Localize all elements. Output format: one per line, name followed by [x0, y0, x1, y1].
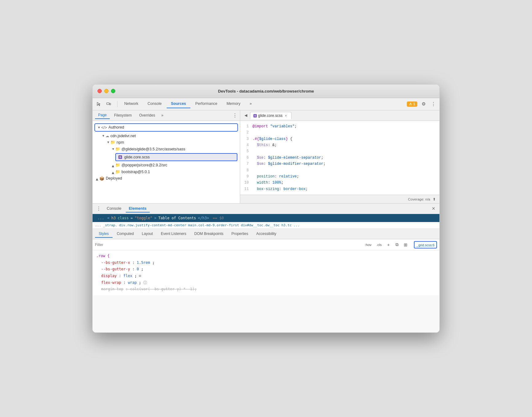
svg-rect-1: [109, 103, 111, 105]
breadcrumb-ellipsis[interactable]: ...: [95, 223, 101, 227]
css-semi-3: ;: [134, 274, 139, 278]
css-prop-row-4: flex-wrap : wrap ; ⓘ: [96, 280, 436, 286]
tab-network[interactable]: Network: [120, 100, 143, 108]
code-line-2: 2: [240, 129, 439, 136]
tree-domain-cdn[interactable]: ▼ ☁ cdn.jsdelivr.net: [93, 133, 240, 139]
css-prop-row-5: margin-top : calc(var(--bs-gutter-y) * -…: [96, 286, 436, 293]
tab-more[interactable]: »: [245, 100, 256, 108]
code-line-4: 4 $this: &;: [240, 142, 439, 148]
secondary-tabs-dots[interactable]: ⋮: [232, 113, 237, 118]
filter-hov-btn[interactable]: :hov: [363, 242, 373, 247]
settings-icon[interactable]: ⚙: [420, 100, 427, 108]
toolbar-right: ⚠ 1 ⚙ ⋮: [407, 100, 437, 108]
filter-input[interactable]: [95, 243, 361, 247]
style-tab-dom-breakpoints[interactable]: DOM Breakpoints: [191, 230, 227, 238]
line-content-8: [252, 167, 255, 173]
fullscreen-button[interactable]: [111, 89, 115, 93]
line-num-6: 6: [240, 155, 252, 161]
css-prop-row-1: --bs-gutter-x : 1.5rem ;: [96, 260, 436, 266]
style-tab-layout[interactable]: Layout: [138, 230, 157, 238]
device-toggle-icon[interactable]: [105, 100, 112, 108]
code-tab-close-btn[interactable]: ×: [284, 113, 288, 118]
tab-performance[interactable]: Performance: [191, 100, 222, 108]
tab-page[interactable]: Page: [95, 112, 110, 119]
tree-npm[interactable]: ▼ 📁 npm: [93, 139, 240, 146]
code-line-5: 5: [240, 148, 439, 154]
toolbar-divider: [117, 101, 117, 107]
tab-filesystem[interactable]: Filesystem: [111, 112, 135, 119]
styles-tabs: Styles Computed Layout Event Listeners D…: [93, 229, 439, 239]
code-tab-label: glide.core.scss: [258, 113, 282, 118]
line-num-8: 8: [240, 167, 252, 173]
source-link[interactable]: _grid.scss:6: [416, 243, 435, 247]
bc-item-1[interactable]: _strap.: [103, 223, 117, 227]
filter-layout-btn[interactable]: ⊞: [402, 241, 409, 248]
bc-item-6[interactable]: ...: [293, 223, 300, 227]
tab-console-bottom[interactable]: Console: [104, 205, 125, 212]
popperjs-folder-icon: 📁: [115, 163, 120, 168]
css-value-1: 1.5rem: [137, 260, 150, 265]
style-tab-computed[interactable]: Computed: [113, 230, 137, 238]
top-toolbar: Network Console Sources Performance Memo…: [93, 98, 439, 110]
minimize-button[interactable]: [104, 89, 109, 93]
bottom-panel-close-btn[interactable]: ×: [430, 205, 437, 212]
traffic-lights: [97, 89, 115, 93]
code-panel-back-icon[interactable]: ◀: [243, 112, 249, 118]
tab-overrides[interactable]: Overrides: [136, 112, 158, 119]
bc-item-4[interactable]: div#dw__toc.dw__toc: [241, 223, 280, 227]
tree-deployed[interactable]: ▶ 📦 Deployed: [93, 175, 240, 182]
npm-arrow: ▼: [106, 140, 110, 145]
tab-elements-bottom[interactable]: Elements: [126, 205, 150, 212]
tree-glide-core-scss[interactable]: S glide.core.scss: [116, 154, 237, 161]
flex-wrap-info-icon[interactable]: ⓘ: [143, 280, 147, 285]
filter-plus-btn[interactable]: +: [385, 241, 392, 248]
bottom-toolbar: ⋮ Console Elements ×: [93, 204, 439, 214]
style-tab-styles[interactable]: Styles: [95, 230, 113, 238]
style-tab-event-listeners[interactable]: Event Listeners: [157, 230, 190, 238]
line-num-7: 7: [240, 161, 252, 167]
bc-item-2[interactable]: div.row.justify-content-md-center: [119, 223, 186, 227]
cdn-label: cdn.jsdelivr.net: [110, 134, 136, 138]
secondary-tabs-more[interactable]: »: [159, 113, 165, 118]
bc-item-3[interactable]: main.col-md-9.order-first: [188, 223, 239, 227]
tab-sources[interactable]: Sources: [167, 100, 190, 108]
code-line-1: 1 @import "variables";: [240, 123, 439, 129]
popperjs-label: @popperjs/core@2.9.2/src: [121, 163, 167, 167]
display-flex-icon[interactable]: ⊞: [139, 274, 141, 278]
bottom-toolbar-dots[interactable]: ⋮: [95, 205, 102, 212]
breadcrumb-bar: ... _strap. div.row.justify-content-md-c…: [93, 222, 439, 229]
toolbar-icons: [95, 100, 112, 108]
coverage-expand-icon[interactable]: ⬆: [433, 197, 436, 201]
filter-cls-btn[interactable]: .cls: [375, 242, 383, 247]
tab-memory[interactable]: Memory: [222, 100, 245, 108]
code-tab-scss-icon: S: [253, 114, 257, 117]
code-line-10: 10 width: 100%;: [240, 180, 439, 186]
code-tab-glide-core-scss[interactable]: S glide.core.scss ×: [250, 112, 292, 119]
close-button[interactable]: [97, 89, 102, 93]
tree-glideis[interactable]: ▼ 📁 @glideis/glide@3.5.2/src/assets/sass: [93, 146, 240, 153]
tab-console[interactable]: Console: [143, 100, 166, 108]
style-tab-properties[interactable]: Properties: [228, 230, 252, 238]
css-prop-1: --bs-gutter-x: [101, 260, 130, 265]
authored-item[interactable]: ▼ </> Authored: [95, 124, 237, 131]
notification-badge[interactable]: ⚠ 1: [407, 101, 417, 107]
file-tree: ▼ </> Authored ▼ ☁ cdn.jsdelivr.net ▼: [93, 121, 240, 203]
authored-section-outline: ▼ </> Authored: [94, 123, 238, 132]
tree-bootstrap[interactable]: ▶ 📁 bootstrap@5.0.1: [93, 169, 240, 175]
filter-copy-btn[interactable]: ⧉: [394, 241, 400, 248]
code-editor[interactable]: 1 @import "variables"; 2 3 .#{$glide-cla…: [240, 121, 439, 195]
selected-el-attr-val: "toggle": [135, 216, 153, 220]
selected-el-end-tag: </h3>: [198, 216, 209, 220]
css-colon-2: :: [132, 267, 137, 271]
more-menu-icon[interactable]: ⋮: [430, 100, 437, 108]
deployed-label: Deployed: [106, 176, 122, 181]
inspect-icon[interactable]: [95, 100, 102, 108]
css-prop-5: margin-top: [101, 287, 123, 291]
bc-item-5[interactable]: h3.tc: [281, 223, 292, 227]
style-tab-accessibility[interactable]: Accessibility: [252, 230, 280, 238]
css-value-3: flex: [123, 274, 132, 278]
line-num-11: 11: [240, 186, 252, 192]
tree-popperjs[interactable]: ▶ 📁 @popperjs/core@2.9.2/src: [93, 162, 240, 169]
line-content-1: @import "variables";: [252, 123, 297, 129]
npm-folder-icon: 📁: [110, 140, 115, 145]
